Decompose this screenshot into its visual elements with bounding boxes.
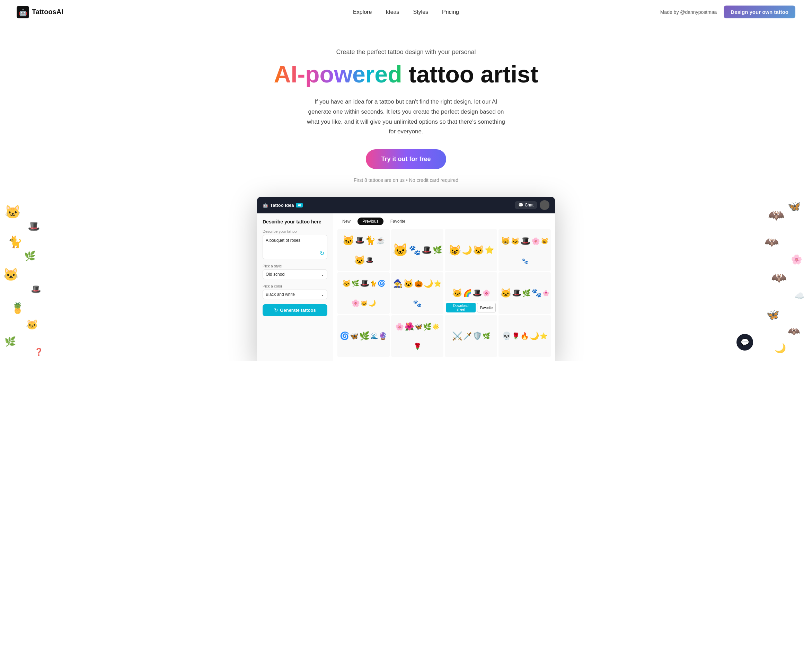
chat-bubble-icon: 💬: [741, 338, 749, 346]
left-decoration: 🐱 🎩 🐈 🌿 🐱 🎩 🍍 🐱 🌿 ❓: [0, 197, 52, 361]
tattoo-cell-1-content: 🐱🎩 🐈☕ 🐱🎩: [337, 229, 390, 271]
app-logo-small: 🤖 Tattoo Idea AI: [263, 203, 303, 208]
tattoo-cell-6-content: 🧙🐱 🎃🌙 ⭐🐾: [391, 272, 443, 314]
generate-icon: ↻: [274, 308, 278, 313]
chevron-down-icon-2: ⌄: [321, 292, 324, 297]
chevron-down-icon: ⌄: [321, 272, 324, 277]
nav-ideas[interactable]: Ideas: [385, 9, 399, 15]
titlebar-logo-text: Tattoo Idea: [270, 203, 294, 208]
nav-logo[interactable]: 🤖 TattoosAI: [17, 6, 63, 18]
tattoo-cell-1[interactable]: 🐱🎩 🐈☕ 🐱🎩: [337, 229, 390, 271]
tattoo-cell-7[interactable]: 🐱🌈 🎩🌸 Download sheet Favorite: [445, 272, 497, 314]
tattoo-cell-5[interactable]: 🐱🌿 🎩🐈 🌀🌸 😺🌙: [337, 272, 390, 314]
tabs-row: New Previous Favorite: [337, 217, 551, 225]
svg-text:🦇: 🦇: [765, 235, 779, 249]
textarea-label: Describe your tattoo: [263, 229, 327, 234]
hero-section: Create the perfect tattoo design with yo…: [0, 24, 812, 197]
tattoo-cell-4[interactable]: 😸🐱 🎩🌸 😺🐾: [499, 229, 551, 271]
left-panel: Describe your tattoo here Describe your …: [257, 213, 333, 361]
nav-made-by: Made by @dannypostmaa: [660, 9, 717, 15]
tattoo-cell-12-content: 💀🌹 🔥🌙 ⭐: [499, 315, 551, 357]
style-group: Pick a style Old school ⌄: [263, 264, 327, 279]
svg-text:🎩: 🎩: [31, 284, 41, 294]
titlebar-logo-icon: 🤖: [263, 203, 268, 208]
nav-styles[interactable]: Styles: [413, 9, 428, 15]
hero-title: AI-powered tattoo artist: [7, 61, 805, 87]
nav-cta-button[interactable]: Design your own tattoo: [724, 6, 795, 18]
user-avatar: [540, 200, 549, 210]
generate-button[interactable]: ↻ Generate tattoos: [263, 304, 327, 316]
style-value: Old school: [266, 272, 286, 277]
svg-text:🦇: 🦇: [768, 208, 784, 223]
tattoo-cell-2-content: 🐱🐾 🎩🌿: [391, 229, 443, 271]
nav-right: Made by @dannypostmaa Design your own ta…: [660, 6, 795, 18]
ai-badge: AI: [296, 203, 303, 208]
right-decoration: 🦇 🦋 🦇 🌸 🦇 ☁️ 🦋 🦇 🌙: [760, 197, 812, 361]
tattoo-cell-3-content: 😺🌙 🐱⭐: [445, 229, 497, 271]
svg-text:🐱: 🐱: [26, 319, 38, 331]
app-window: 🤖 Tattoo Idea AI 💬 Chat Desc: [257, 197, 555, 361]
tab-favorite[interactable]: Favorite: [385, 217, 410, 225]
svg-text:🦇: 🦇: [788, 325, 800, 338]
svg-text:🐱: 🐱: [3, 267, 19, 282]
hero-cta-button[interactable]: Try it out for free: [366, 149, 446, 169]
svg-text:☁️: ☁️: [794, 291, 805, 301]
svg-text:🌿: 🌿: [24, 251, 36, 261]
cell-overlay-7: Download sheet Favorite: [445, 301, 497, 314]
tattoo-cell-8[interactable]: 🐱🎩 🌿🐾 🌸: [499, 272, 551, 314]
color-value: Black and white: [266, 292, 295, 297]
generate-label: Generate tattoos: [280, 308, 316, 313]
app-titlebar: 🤖 Tattoo Idea AI 💬 Chat: [257, 197, 555, 213]
app-window-wrapper: 🤖 Tattoo Idea AI 💬 Chat Desc: [257, 197, 555, 361]
tab-new[interactable]: New: [337, 217, 355, 225]
svg-text:🌿: 🌿: [5, 336, 16, 347]
tab-previous[interactable]: Previous: [358, 217, 384, 225]
tattoo-cell-6[interactable]: 🧙🐱 🎃🌙 ⭐🐾: [391, 272, 443, 314]
tattoo-cell-10[interactable]: 🌸🌺 🦋🌿 🌟🌹: [391, 315, 443, 357]
chat-bubble[interactable]: 💬: [737, 334, 753, 351]
nav-explore[interactable]: Explore: [353, 9, 372, 15]
refresh-icon[interactable]: ↻: [320, 250, 324, 257]
svg-text:❓: ❓: [34, 347, 44, 356]
chat-button[interactable]: 💬 Chat: [515, 201, 537, 209]
right-deco-svg: 🦇 🦋 🦇 🌸 🦇 ☁️ 🦋 🦇 🌙: [760, 197, 812, 361]
preview-section: 🐱 🎩 🐈 🌿 🐱 🎩 🍍 🐱 🌿 ❓ 🦇 🦋 🦇 🌸 🦇 ☁️ 🦋 🦇 🌙: [0, 197, 812, 361]
chat-label: Chat: [525, 203, 534, 208]
tattoo-cell-8-content: 🐱🎩 🌿🐾 🌸: [499, 272, 551, 314]
right-panel: New Previous Favorite 🐱🎩 🐈☕ 🐱🎩: [333, 213, 555, 361]
favorite-button[interactable]: Favorite: [477, 303, 496, 312]
tattoo-description-input[interactable]: A bouquet of roses ↻: [263, 235, 327, 259]
app-body: Describe your tattoo here Describe your …: [257, 213, 555, 361]
titlebar-left: 🤖 Tattoo Idea AI: [263, 203, 303, 208]
textarea-group: Describe your tattoo A bouquet of roses …: [263, 229, 327, 259]
svg-text:🦋: 🦋: [788, 200, 801, 213]
tattoo-cell-11[interactable]: ⚔️🗡️ 🛡️🌿: [445, 315, 497, 357]
nav-links: Explore Ideas Styles Pricing: [353, 9, 459, 15]
navbar: 🤖 TattoosAI Explore Ideas Styles Pricing…: [0, 0, 812, 24]
download-sheet-button[interactable]: Download sheet: [446, 303, 476, 312]
tattoo-cell-4-content: 😸🐱 🎩🌸 😺🐾: [499, 229, 551, 271]
svg-text:🌙: 🌙: [775, 342, 786, 354]
hero-note: First 8 tattoos are on us • No credit ca…: [7, 177, 805, 183]
color-group: Pick a color Black and white ⌄: [263, 284, 327, 299]
svg-text:🐱: 🐱: [5, 204, 21, 220]
style-label: Pick a style: [263, 264, 327, 268]
tattoo-cell-9[interactable]: 🌀🦋 🌿🌊 🔮: [337, 315, 390, 357]
tattoo-cell-2[interactable]: 🐱🐾 🎩🌿: [391, 229, 443, 271]
nav-pricing[interactable]: Pricing: [442, 9, 459, 15]
tattoo-cell-3[interactable]: 😺🌙 🐱⭐: [445, 229, 497, 271]
svg-text:🎩: 🎩: [28, 220, 40, 232]
color-select[interactable]: Black and white ⌄: [263, 290, 327, 299]
color-label: Pick a color: [263, 284, 327, 288]
svg-text:🦇: 🦇: [771, 270, 787, 286]
svg-text:🍍: 🍍: [11, 302, 24, 315]
titlebar-right: 💬 Chat: [515, 200, 549, 210]
chat-icon: 💬: [518, 203, 523, 208]
style-select[interactable]: Old school ⌄: [263, 269, 327, 279]
tattoo-cell-12[interactable]: 💀🌹 🔥🌙 ⭐: [499, 315, 551, 357]
hero-title-rest: tattoo artist: [402, 61, 538, 87]
hero-subtitle: Create the perfect tattoo design with yo…: [7, 49, 805, 56]
svg-text:🌸: 🌸: [791, 254, 803, 265]
tattoo-cell-5-content: 🐱🌿 🎩🐈 🌀🌸 😺🌙: [337, 272, 390, 314]
tattoo-cell-9-content: 🌀🦋 🌿🌊 🔮: [337, 315, 390, 357]
